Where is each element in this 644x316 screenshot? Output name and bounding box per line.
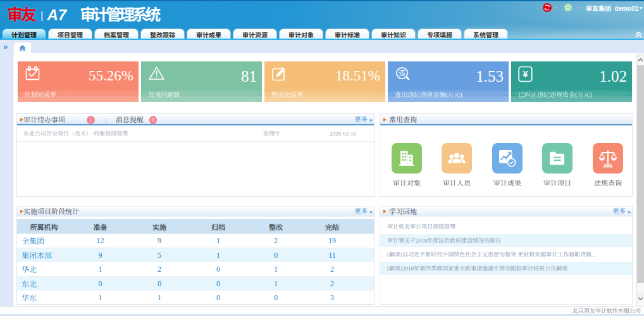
svg-text:违: 违 xyxy=(399,68,406,77)
svg-text:¥: ¥ xyxy=(523,69,528,79)
